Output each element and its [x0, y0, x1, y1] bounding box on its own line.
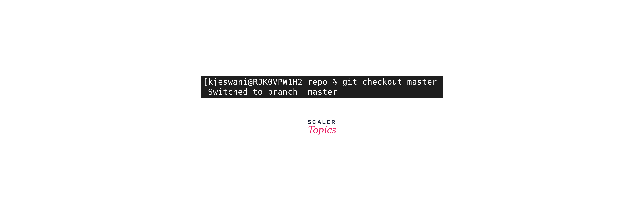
- logo-container: SCALER Topics: [308, 119, 336, 136]
- logo-topics-text: Topics: [308, 123, 336, 136]
- terminal-line-1: [kjeswani@RJK0VPW1H2 repo % git checkout…: [203, 77, 441, 87]
- terminal-line-2: Switched to branch 'master': [203, 87, 441, 97]
- content-wrapper: [kjeswani@RJK0VPW1H2 repo % git checkout…: [180, 55, 464, 149]
- terminal-output: [kjeswani@RJK0VPW1H2 repo % git checkout…: [201, 76, 443, 99]
